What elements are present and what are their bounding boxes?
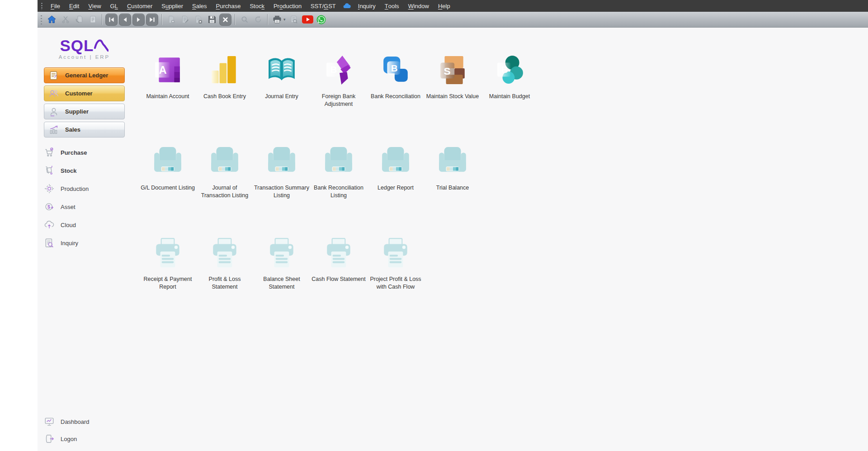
- menu-cloud-icon[interactable]: [340, 0, 354, 12]
- sidebar-footer: DashboardLogon: [38, 413, 131, 451]
- toolbar-separator: [161, 14, 162, 25]
- print-dropdown-caret[interactable]: ▾: [283, 17, 286, 22]
- sidebar-module-customer[interactable]: Customer: [44, 85, 125, 101]
- tile-cash-flow-statement[interactable]: Cash Flow Statement: [310, 230, 367, 283]
- tile-cash-book-entry[interactable]: Cash Book Entry: [196, 47, 253, 100]
- tile-balance-sheet-statement[interactable]: Balance Sheet Statement: [253, 230, 310, 290]
- sidebar-item-purchase[interactable]: Purchase: [44, 143, 131, 161]
- menu-tools[interactable]: Tools: [380, 0, 404, 12]
- printer-report-icon: [265, 230, 298, 275]
- sidebar-spacer: [38, 252, 131, 413]
- tile-receipt-payment-report[interactable]: Receipt & Payment Report: [139, 230, 196, 290]
- sales-chart-icon: [48, 124, 59, 135]
- first-record-button[interactable]: [106, 14, 117, 25]
- tile-trial-balance[interactable]: Trial Balance: [424, 139, 481, 192]
- sidebar-module-general-ledger[interactable]: General Ledger: [44, 67, 125, 83]
- edit-button: [179, 14, 191, 26]
- sidebar-item-label: Purchase: [61, 149, 87, 156]
- menubar-grip-handle[interactable]: [40, 2, 43, 10]
- module-label: Sales: [65, 126, 80, 133]
- next-record-button[interactable]: [133, 14, 144, 25]
- menu-file[interactable]: File: [46, 0, 65, 12]
- svg-text:B: B: [501, 64, 508, 75]
- doc-new-icon: [167, 15, 175, 24]
- tile-group-listing-reports: G/L Document ListingJournal of Transacti…: [139, 139, 868, 230]
- menu-sst-gst[interactable]: SST/GST: [306, 0, 340, 12]
- save-button[interactable]: [206, 14, 218, 26]
- copy-icon: [89, 15, 97, 24]
- toolbar-separator: [235, 14, 235, 25]
- previous-record-button[interactable]: [119, 14, 131, 25]
- tile-journal-entry[interactable]: Journal Entry: [253, 47, 310, 100]
- menu-stock[interactable]: Stock: [245, 0, 269, 12]
- sidebar-item-stock[interactable]: Stock: [44, 161, 131, 180]
- tile-label: Profit & Loss Statement: [196, 275, 253, 290]
- youtube-icon: [302, 15, 313, 24]
- print-icon: [273, 15, 282, 24]
- menu-supplier[interactable]: Supplier: [157, 0, 188, 12]
- tile-label: Balance Sheet Statement: [253, 275, 310, 290]
- printer-report-icon: [322, 230, 355, 275]
- sidebar-item-label: Stock: [61, 167, 76, 174]
- foreign-bank-icon: B: [324, 47, 354, 93]
- menu-customer[interactable]: Customer: [123, 0, 157, 12]
- main-icon-area: AMaintain AccountCash Book EntryJournal …: [131, 28, 868, 451]
- tile-journal-of-transaction-listing[interactable]: Journal of Transaction Listing: [196, 139, 253, 199]
- menu-purchase[interactable]: Purchase: [212, 0, 245, 12]
- tile-maintain-stock-value[interactable]: SMaintain Stock Value: [424, 47, 481, 100]
- tile-maintain-budget[interactable]: BMaintain Budget: [481, 47, 538, 100]
- last-record-button[interactable]: [146, 14, 158, 25]
- search-button: [238, 14, 250, 26]
- tile-transaction-summary-listing[interactable]: Transaction Summary Listing: [253, 139, 310, 199]
- tile-label: Journal of Transaction Listing: [196, 184, 253, 199]
- menu-edit[interactable]: Edit: [65, 0, 84, 12]
- tile-label: Bank Reconciliation Listing: [310, 184, 367, 199]
- tile-project-profit-loss-with-cash-flow[interactable]: Project Profit & Loss with Cash Flow: [367, 230, 424, 290]
- menu-help[interactable]: Help: [434, 0, 455, 12]
- new-button: [165, 14, 177, 26]
- tile-maintain-account[interactable]: AMaintain Account: [139, 47, 196, 100]
- dashboard-monitor-icon: [44, 416, 55, 427]
- printer-listing-icon: [151, 139, 184, 184]
- sidebar-item-asset[interactable]: $Asset: [44, 198, 131, 216]
- sidebar-module-supplier[interactable]: Supplier: [44, 104, 125, 119]
- cloud-icon: [44, 219, 55, 230]
- toolbar-separator: [267, 14, 268, 25]
- sidebar-item-cloud[interactable]: Cloud: [44, 216, 131, 234]
- preview-button: [288, 14, 300, 26]
- tile-label: Transaction Summary Listing: [253, 184, 310, 199]
- toolbar-grip-handle[interactable]: [40, 14, 43, 25]
- preview-icon: [290, 15, 298, 24]
- tile-g-l-document-listing[interactable]: G/L Document Listing: [139, 139, 196, 192]
- tile-foreign-bank-adjustment[interactable]: BForeign Bank Adjustment: [310, 47, 367, 108]
- print-button[interactable]: [271, 14, 283, 26]
- app-window: FileEditViewGLCustomerSupplierSalesPurch…: [38, 0, 868, 451]
- youtube-button[interactable]: [302, 14, 314, 26]
- svg-text:S: S: [443, 65, 450, 77]
- home-button[interactable]: [46, 14, 58, 26]
- whatsapp-button[interactable]: [315, 14, 327, 26]
- menu-view[interactable]: View: [84, 0, 105, 12]
- sidebar-item-inquiry[interactable]: Inquiry: [44, 234, 131, 252]
- sidebar-module-sales[interactable]: Sales: [44, 122, 125, 138]
- svg-text:B: B: [391, 63, 398, 73]
- menu-gl[interactable]: GL: [106, 0, 123, 12]
- tile-bank-reconciliation[interactable]: BBank Reconciliation: [367, 47, 424, 100]
- tile-bank-reconciliation-listing[interactable]: Bank Reconciliation Listing: [310, 139, 367, 199]
- svg-text:$: $: [47, 204, 50, 209]
- tile-label: G/L Document Listing: [140, 184, 196, 192]
- tile-label: Trial Balance: [435, 184, 470, 192]
- menu-production[interactable]: Production: [269, 0, 306, 12]
- tile-ledger-report[interactable]: Ledger Report: [367, 139, 424, 192]
- sidebar-item-logon[interactable]: Logon: [44, 430, 131, 447]
- menu-window[interactable]: Window: [404, 0, 434, 12]
- sidebar-item-dashboard[interactable]: Dashboard: [44, 413, 131, 430]
- cancel-button[interactable]: [220, 14, 231, 25]
- toolbar-items: ▾: [46, 14, 327, 26]
- menu-inquiry[interactable]: Inquiry: [354, 0, 380, 12]
- menu-sales[interactable]: Sales: [188, 0, 212, 12]
- sidebar-item-production[interactable]: Production: [44, 180, 131, 198]
- delete-button: [192, 14, 204, 26]
- tile-profit-loss-statement[interactable]: Profit & Loss Statement: [196, 230, 253, 290]
- stock-value-icon: S: [438, 47, 467, 93]
